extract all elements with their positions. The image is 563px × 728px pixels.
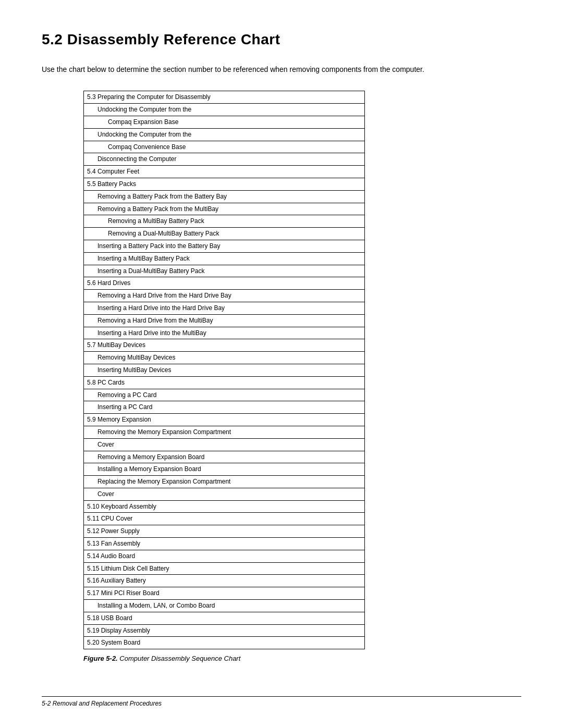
chart-row: Removing a Hard Drive from the Hard Driv… xyxy=(84,290,364,302)
chart-row: Inserting a PC Card xyxy=(84,401,364,414)
chart-row: Inserting a MultiBay Battery Pack xyxy=(84,253,364,265)
chart-row: Inserting MultiBay Devices xyxy=(84,364,364,377)
chart-row: Replacing the Memory Expansion Compartme… xyxy=(84,476,364,488)
figure-caption-text: Computer Disassembly Sequence Chart xyxy=(118,655,241,662)
chart-row: Removing a Hard Drive from the MultiBay xyxy=(84,315,364,327)
chart-row: 5.12 Power Supply xyxy=(84,525,364,538)
chart-row: Disconnecting the Computer xyxy=(84,153,364,166)
chart-row: Undocking the Computer from the xyxy=(84,104,364,116)
chart-row: Compaq Convenience Base xyxy=(84,141,364,154)
chart-row: Removing a Battery Pack from the MultiBa… xyxy=(84,203,364,216)
chart-row: Inserting a Dual-MultiBay Battery Pack xyxy=(84,265,364,278)
chart-row: Cover xyxy=(84,488,364,501)
chart-row: 5.9 Memory Expansion xyxy=(84,414,364,426)
chart-row: 5.6 Hard Drives xyxy=(84,277,364,290)
chart-row: 5.4 Computer Feet xyxy=(84,166,364,178)
chart-row: Removing a Memory Expansion Board xyxy=(84,451,364,464)
chart-row: Removing a MultiBay Battery Pack xyxy=(84,215,364,228)
page-title: 5.2 Disassembly Reference Chart xyxy=(42,31,521,48)
chart-row: 5.14 Audio Board xyxy=(84,550,364,563)
chart-row: 5.19 Display Assembly xyxy=(84,625,364,637)
chart-row: Cover xyxy=(84,439,364,451)
chart-row: Undocking the Computer from the xyxy=(84,129,364,141)
chart-row: Removing the Memory Expansion Compartmen… xyxy=(84,426,364,439)
chart-row: Compaq Expansion Base xyxy=(84,116,364,129)
chart-row: 5.18 USB Board xyxy=(84,612,364,625)
chart-row: 5.10 Keyboard Assembly xyxy=(84,501,364,513)
chart-row: Inserting a Hard Drive into the MultiBay xyxy=(84,327,364,340)
intro-paragraph: Use the chart below to determine the sec… xyxy=(42,64,469,75)
chart-row: 5.16 Auxiliary Battery xyxy=(84,575,364,587)
page-footer: 5-2 Removal and Replacement Procedures xyxy=(42,696,521,707)
chart-row: Installing a Modem, LAN, or Combo Board xyxy=(84,600,364,612)
chart-row: Inserting a Hard Drive into the Hard Dri… xyxy=(84,302,364,315)
chart-row: 5.13 Fan Assembly xyxy=(84,538,364,550)
chart-row: 5.11 CPU Cover xyxy=(84,513,364,525)
chart-row: Removing a Dual-MultiBay Battery Pack xyxy=(84,228,364,240)
figure-caption-label: Figure 5-2. xyxy=(83,655,118,662)
chart-row: 5.20 System Board xyxy=(84,637,364,649)
chart-row: Removing a PC Card xyxy=(84,389,364,402)
chart-row: 5.3 Preparing the Computer for Disassemb… xyxy=(84,91,364,104)
chart-row: Installing a Memory Expansion Board xyxy=(84,463,364,476)
chart-row: 5.15 Lithium Disk Cell Battery xyxy=(84,563,364,575)
chart-row: 5.8 PC Cards xyxy=(84,377,364,389)
chart-row: 5.7 MultiBay Devices xyxy=(84,339,364,352)
chart-row: Inserting a Battery Pack into the Batter… xyxy=(84,240,364,253)
disassembly-chart: 5.3 Preparing the Computer for Disassemb… xyxy=(83,91,365,649)
chart-row: Removing MultiBay Devices xyxy=(84,352,364,364)
figure-caption: Figure 5-2. Computer Disassembly Sequenc… xyxy=(83,655,521,662)
chart-row: Removing a Battery Pack from the Battery… xyxy=(84,191,364,203)
chart-row: 5.5 Battery Packs xyxy=(84,178,364,191)
chart-row: 5.17 Mini PCI Riser Board xyxy=(84,587,364,600)
